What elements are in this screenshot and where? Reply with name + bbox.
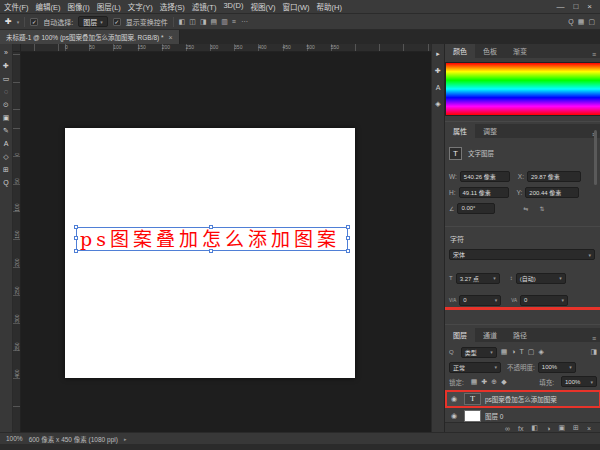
transform-handle[interactable] — [74, 249, 78, 253]
search-icon[interactable]: Q — [568, 18, 573, 26]
filter-shape-layers-icon[interactable]: ▢ — [528, 348, 535, 356]
new-layer-icon[interactable]: ⊞ — [573, 424, 579, 432]
transform-handle[interactable] — [74, 236, 78, 240]
visibility-eye-icon[interactable]: ◉ — [448, 412, 460, 420]
panel-menu-icon[interactable]: ≡ — [592, 335, 600, 342]
move-tool-icon[interactable]: ✚ — [5, 17, 12, 26]
transform-handle[interactable] — [209, 225, 213, 229]
lasso-tool-icon[interactable]: ◌ — [0, 85, 13, 98]
text-transform-bounding-box[interactable]: ps图案叠加怎么添加图案 — [76, 227, 348, 251]
lock-all-icon[interactable]: ◆ — [501, 378, 506, 386]
document-tab[interactable]: 未标题-1 @ 100% (ps图案叠加怎么添加图案, RGB/8) * × — [0, 30, 180, 44]
font-size-field[interactable]: 3.27 点 ▾ — [456, 273, 500, 284]
tab-paths[interactable]: 路径 — [505, 328, 535, 342]
magic-wand-tool-icon[interactable]: ⊙ — [0, 98, 13, 111]
transform-handle[interactable] — [346, 236, 350, 240]
filter-adjustment-layers-icon[interactable]: ◑ — [511, 348, 515, 356]
adjustment-layer-icon[interactable]: ◑ — [546, 425, 550, 432]
crop-tool-icon[interactable]: ▣ — [0, 111, 13, 124]
tab-layers[interactable]: 图层 — [445, 328, 475, 342]
menu-item[interactable]: 文字(Y) — [128, 1, 153, 12]
expand-toolbar-icon[interactable]: » — [0, 46, 13, 59]
angle-field[interactable]: 0.00° — [457, 203, 495, 214]
blend-mode-dropdown[interactable]: 正常 ▾ — [449, 362, 501, 373]
document-canvas[interactable]: ps图案叠加怎么添加图案 — [65, 128, 355, 378]
tab-gradients[interactable]: 渐变 — [505, 44, 535, 58]
expand-dock-icon[interactable]: ▸ — [436, 50, 440, 58]
flip-horizontal-icon[interactable]: ⇆ — [523, 205, 528, 212]
layer-mask-icon[interactable]: ◧ — [532, 424, 539, 432]
align-icon[interactable]: ◨ — [200, 18, 207, 26]
hand-tool-icon[interactable]: ⊞ — [0, 163, 13, 176]
y-field[interactable]: 200.44 像素 — [525, 187, 579, 198]
filter-pixel-layers-icon[interactable]: ▦ — [501, 348, 508, 356]
font-family-dropdown[interactable]: 宋体 ▾ — [449, 249, 595, 260]
link-layers-icon[interactable]: ∞ — [505, 425, 510, 432]
filter-toggle-icon[interactable]: ◨ — [590, 348, 597, 356]
menu-item[interactable]: 帮助(H) — [317, 1, 342, 12]
opacity-field[interactable]: 100% ▾ — [538, 362, 576, 373]
menu-item[interactable]: 选择(S) — [160, 1, 185, 12]
layer-style-icon[interactable]: fx — [518, 425, 523, 432]
history-panel-icon[interactable]: ✚ — [435, 67, 441, 75]
zoom-level[interactable]: 100% — [6, 435, 23, 442]
marquee-tool-icon[interactable]: ▭ — [0, 72, 13, 85]
panel-menu-icon[interactable]: ≡ — [592, 51, 600, 58]
close-tab-icon[interactable]: × — [169, 34, 173, 41]
auto-select-target-dropdown[interactable]: 图层 ▾ — [78, 16, 108, 27]
menu-item[interactable]: 滤镜(T) — [192, 1, 217, 12]
status-arrow-icon[interactable]: ▸ — [124, 436, 127, 442]
align-icon[interactable]: ▥ — [221, 18, 228, 26]
scrollbar[interactable] — [594, 130, 597, 185]
menu-item[interactable]: 编辑(E) — [36, 1, 61, 12]
kerning-field[interactable]: 0 ▾ — [459, 295, 501, 306]
libraries-panel-icon[interactable]: ◈ — [435, 100, 440, 108]
delete-layer-icon[interactable]: × — [587, 425, 591, 432]
menu-item[interactable]: 文件(F) — [4, 1, 29, 12]
menu-item[interactable]: 窗口(W) — [282, 1, 309, 12]
align-icon[interactable]: ▤ — [211, 18, 218, 26]
leading-field[interactable]: (自动) ▾ — [516, 273, 566, 284]
align-icon[interactable]: ◧ — [179, 18, 186, 26]
flip-vertical-icon[interactable]: ⇅ — [539, 205, 544, 212]
menu-item[interactable]: 视图(V) — [250, 1, 275, 12]
lock-artboard-icon[interactable]: ⊕ — [491, 378, 497, 386]
transform-handle[interactable] — [346, 225, 350, 229]
lock-position-icon[interactable]: ✚ — [481, 378, 487, 386]
show-transform-checkbox[interactable]: ✓ — [113, 18, 121, 26]
brush-tool-icon[interactable]: ✎ — [0, 124, 13, 137]
tracking-field[interactable]: 0 ▾ — [520, 295, 568, 306]
transform-handle[interactable] — [209, 249, 213, 253]
transform-handle[interactable] — [346, 249, 350, 253]
width-field[interactable]: 540.26 像素 — [460, 171, 510, 182]
tab-swatches[interactable]: 色板 — [475, 44, 505, 58]
canvas-text[interactable]: ps图案叠加怎么添加图案 — [80, 230, 340, 249]
lock-transparency-icon[interactable]: ▦ — [471, 378, 478, 386]
tab-channels[interactable]: 通道 — [475, 328, 505, 342]
layer-name[interactable]: 图层 0 — [485, 411, 503, 421]
image-layer-thumbnail[interactable] — [464, 410, 481, 422]
tab-color[interactable]: 颜色 — [445, 44, 475, 58]
menu-item[interactable]: 3D(D) — [223, 1, 243, 12]
filter-type-layers-icon[interactable]: T — [520, 348, 524, 356]
filter-smart-objects-icon[interactable]: ◈ — [538, 348, 543, 356]
x-field[interactable]: 29.87 像素 — [527, 171, 581, 182]
align-icon[interactable]: ◫ — [189, 18, 196, 26]
fill-field[interactable]: 100% ▾ — [561, 376, 597, 387]
menu-item[interactable]: 图像(I) — [68, 1, 90, 12]
move-tool-icon[interactable]: ✚ — [0, 59, 13, 72]
more-options-icon[interactable]: ⋯ — [241, 18, 248, 26]
auto-select-checkbox[interactable]: ✓ — [30, 18, 38, 26]
type-tool-icon[interactable]: A — [0, 137, 13, 150]
tab-properties[interactable]: 属性 — [445, 124, 475, 138]
grid-view-icon[interactable]: ▦ — [578, 18, 585, 26]
workspace-icon[interactable]: ▢ — [588, 18, 595, 26]
transform-handle[interactable] — [74, 225, 78, 229]
layer-group-icon[interactable]: ▣ — [558, 424, 565, 432]
close-button[interactable]: × — [587, 2, 592, 11]
minimize-button[interactable]: — — [556, 2, 564, 11]
height-field[interactable]: 49.11 像素 — [459, 187, 509, 198]
zoom-tool-icon[interactable]: Q — [0, 176, 13, 189]
layer-filter-dropdown[interactable]: 类型 ▾ — [461, 347, 497, 358]
character-panel-icon[interactable]: A — [436, 84, 441, 91]
